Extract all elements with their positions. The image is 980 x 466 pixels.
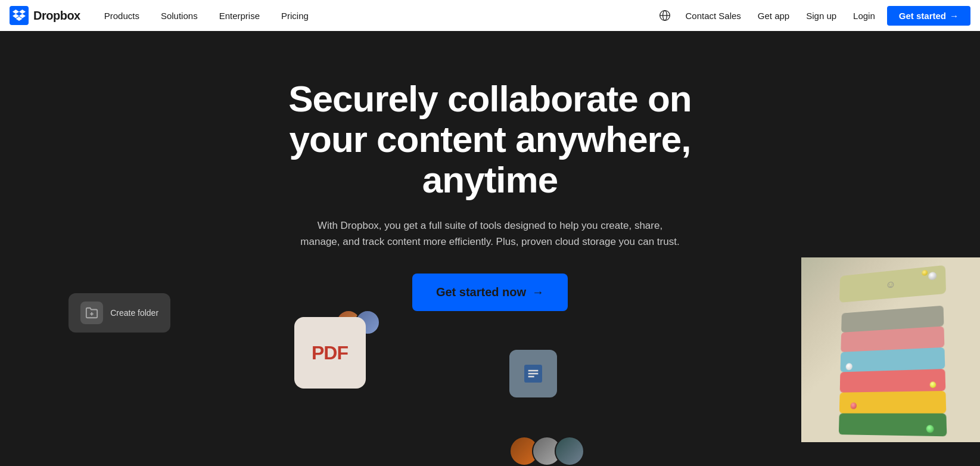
hero-section: Securely collaborate on your content any… xyxy=(0,31,980,466)
doc-card xyxy=(509,350,557,397)
contact-sales-link[interactable]: Contact Sales xyxy=(678,6,748,26)
hero-headline: Securely collaborate on your content any… xyxy=(282,79,699,201)
hero-cta-label: Get started now xyxy=(436,285,526,299)
globe-icon[interactable] xyxy=(654,5,676,26)
get-started-arrow: → xyxy=(950,11,959,21)
create-folder-card: Create folder xyxy=(69,293,170,333)
logo-text: Dropbox xyxy=(33,9,80,23)
bottom-avatar-1 xyxy=(509,436,539,466)
avatar-2 xyxy=(355,310,380,335)
logo[interactable]: Dropbox xyxy=(10,6,80,25)
layer-blue xyxy=(840,347,945,372)
nav-right: Contact Sales Get app Sign up Login Get … xyxy=(654,5,970,26)
avatar-1 xyxy=(336,310,361,335)
marble-1 xyxy=(928,272,937,281)
marble-2 xyxy=(922,270,928,276)
svg-rect-5 xyxy=(524,365,542,383)
marble-3 xyxy=(846,363,853,370)
nav-link-products[interactable]: Products xyxy=(95,6,149,26)
layer-yellow xyxy=(839,391,947,414)
marble-6 xyxy=(926,425,934,433)
sign-up-link[interactable]: Sign up xyxy=(799,6,844,26)
hero-3d-image: ☺ xyxy=(801,257,980,442)
marble-4 xyxy=(930,381,937,388)
pdf-label: PDF xyxy=(312,342,348,364)
layers-container: ☺ xyxy=(833,265,954,436)
navbar: Dropbox Products Solutions Enterprise Pr… xyxy=(0,0,980,31)
pdf-avatars xyxy=(336,310,380,335)
nav-links: Products Solutions Enterprise Pricing xyxy=(95,6,655,26)
create-folder-label: Create folder xyxy=(110,308,158,318)
nav-link-solutions[interactable]: Solutions xyxy=(151,6,207,26)
login-link[interactable]: Login xyxy=(846,6,882,26)
layer-pink xyxy=(841,326,944,352)
layered-object: ☺ xyxy=(801,257,980,442)
pdf-card: PDF xyxy=(294,317,366,389)
get-app-link[interactable]: Get app xyxy=(751,6,797,26)
bottom-avatar-2 xyxy=(532,436,562,466)
get-started-label: Get started xyxy=(899,11,946,21)
hero-subtext: With Dropbox, you get a full suite of to… xyxy=(300,218,681,250)
nav-link-pricing[interactable]: Pricing xyxy=(272,6,318,26)
nav-link-enterprise[interactable]: Enterprise xyxy=(210,6,269,26)
bottom-avatars xyxy=(509,436,584,466)
layer-red xyxy=(840,369,946,393)
bottom-avatar-3 xyxy=(555,436,584,466)
logo-icon xyxy=(10,6,29,25)
get-started-button[interactable]: Get started → xyxy=(887,6,970,26)
hero-cta-button[interactable]: Get started now → xyxy=(412,274,568,311)
top-layer: ☺ xyxy=(839,265,946,303)
folder-icon xyxy=(80,302,103,324)
marble-5 xyxy=(850,402,857,409)
layer-grey xyxy=(841,306,944,333)
hero-cta-arrow: → xyxy=(532,285,544,299)
layer-green xyxy=(839,414,947,437)
